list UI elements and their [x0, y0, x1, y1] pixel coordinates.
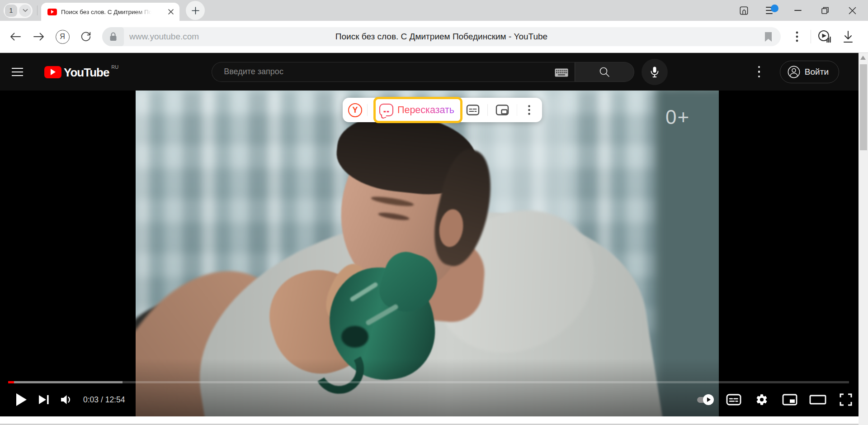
kebab-menu-icon: [796, 31, 798, 42]
sync-notification-dot: [771, 5, 778, 12]
summarize-button[interactable]: “ Пересказать: [373, 97, 462, 123]
volume-icon: [60, 394, 73, 405]
virtual-keyboard-button[interactable]: [555, 68, 568, 77]
miniplayer-button[interactable]: [778, 388, 801, 411]
yandex-video-overlay-toolbar: Y “ Пересказать: [343, 98, 542, 122]
tab-close-button[interactable]: [167, 8, 175, 16]
site-security-chip[interactable]: [102, 27, 124, 46]
back-arrow-icon: [9, 32, 21, 41]
lock-icon: [109, 32, 118, 42]
voice-search-button[interactable]: [642, 59, 668, 85]
plus-icon: [192, 7, 199, 14]
search-area: [212, 59, 668, 85]
new-tab-button[interactable]: [186, 1, 205, 20]
sign-in-button[interactable]: Войти: [780, 61, 839, 83]
subtitles-button[interactable]: [722, 388, 745, 411]
youtube-logo[interactable]: YouTube RU: [44, 64, 118, 80]
page-title: Поиск без слов. С Дмитрием Побединским -…: [102, 32, 781, 42]
kebab-menu-icon: [528, 105, 530, 115]
url-text: www.youtube.com: [129, 32, 199, 42]
page-scrollbar[interactable]: [859, 53, 868, 425]
youtube-header-right: Войти: [750, 61, 857, 83]
age-rating-badge: 0+: [665, 106, 690, 129]
active-tab[interactable]: Поиск без слов. С Дмитрием Побединским -…: [41, 3, 179, 21]
yandex-ya-icon: Я: [56, 30, 70, 44]
browser-profile-menu-button[interactable]: [765, 5, 777, 16]
video-progress-bar[interactable]: [8, 381, 849, 383]
search-button[interactable]: [575, 62, 634, 82]
tab-title: Поиск без слов. С Дмитрием Побединским -…: [61, 9, 151, 15]
next-video-button[interactable]: [33, 388, 55, 411]
forward-button[interactable]: [29, 27, 49, 47]
reload-button[interactable]: [76, 27, 96, 47]
youtube-play-icon: [44, 66, 61, 78]
theater-mode-icon: [809, 394, 826, 405]
overlay-separator: [367, 104, 368, 116]
search-icon: [599, 66, 610, 78]
reload-icon: [80, 31, 92, 43]
video-art-chameleon-spot: [341, 326, 368, 348]
restore-icon: [821, 6, 830, 15]
sidebar-panel-button[interactable]: [738, 5, 750, 16]
tab-bar: 1 Поиск без слов. С Дмитрием Побединским…: [0, 0, 868, 21]
close-window-button[interactable]: [846, 5, 858, 16]
overlay-subtitles-button[interactable]: [463, 100, 482, 119]
tab-count[interactable]: 1: [5, 5, 17, 17]
overlay-separator: [487, 104, 488, 116]
video-frame[interactable]: [136, 91, 719, 416]
restore-window-button[interactable]: [819, 5, 831, 16]
search-box[interactable]: [212, 62, 575, 82]
youtube-settings-menu-button[interactable]: [750, 63, 768, 81]
video-player-stage[interactable]: 0+ Y “ Пересказать: [0, 91, 868, 416]
downloads-button[interactable]: [838, 27, 858, 47]
play-button[interactable]: [10, 388, 33, 411]
yandex-logo-button[interactable]: Y: [348, 103, 362, 117]
scrollbar-thumb[interactable]: [860, 64, 867, 150]
browser-window: 1 Поиск без слов. С Дмитрием Побединским…: [0, 0, 868, 425]
settings-button[interactable]: [750, 388, 773, 411]
bookmarks-panel-icon: [739, 5, 749, 16]
search-input[interactable]: [224, 67, 536, 76]
scrollbar-up-arrow[interactable]: [860, 56, 866, 60]
minimize-button[interactable]: [792, 5, 804, 16]
sign-in-label: Войти: [805, 67, 829, 77]
next-icon: [38, 394, 50, 406]
forward-arrow-icon: [33, 32, 45, 41]
youtube-logo-text: YouTube: [64, 66, 109, 80]
play-icon: [15, 393, 27, 406]
youtube-header: YouTube RU: [0, 53, 868, 91]
bookmark-flag-icon: [764, 32, 773, 42]
yandex-search-button[interactable]: Я: [52, 27, 72, 47]
bookmark-button[interactable]: [764, 32, 773, 42]
picture-in-picture-icon: [495, 104, 509, 116]
subtitles-icon: [466, 104, 480, 116]
summarize-label: Пересказать: [397, 105, 454, 116]
tabbar-right-controls: [738, 5, 868, 16]
miniplayer-icon: [782, 393, 797, 406]
youtube-menu-button[interactable]: [12, 63, 30, 81]
back-button[interactable]: [5, 27, 25, 47]
microphone-icon: [649, 66, 660, 78]
download-icon: [842, 30, 854, 43]
progress-buffered: [8, 381, 123, 383]
tab-counter[interactable]: 1: [4, 3, 33, 18]
video-translate-button[interactable]: [815, 27, 835, 47]
video-translate-icon: [817, 29, 832, 44]
progress-played: [8, 381, 14, 383]
tab-list-dropdown[interactable]: [19, 5, 31, 17]
chevron-down-icon: [23, 9, 28, 12]
browser-toolbar: Я www.youtube.com Поиск без слов. С Дмит…: [0, 21, 868, 53]
overlay-more-button[interactable]: [522, 100, 536, 119]
fullscreen-icon: [839, 393, 853, 406]
keyboard-icon: [555, 68, 568, 77]
quote-glyph: “: [382, 111, 390, 115]
theater-mode-button[interactable]: [807, 388, 829, 411]
toolbar-separator: [811, 30, 811, 43]
address-bar[interactable]: www.youtube.com Поиск без слов. С Дмитри…: [102, 27, 781, 46]
browser-menu-button[interactable]: [787, 27, 807, 47]
volume-button[interactable]: [55, 388, 78, 411]
fullscreen-button[interactable]: [835, 388, 857, 411]
overlay-pip-button[interactable]: [493, 100, 512, 119]
autoplay-toggle[interactable]: [693, 388, 717, 411]
minimize-icon: [794, 10, 802, 11]
